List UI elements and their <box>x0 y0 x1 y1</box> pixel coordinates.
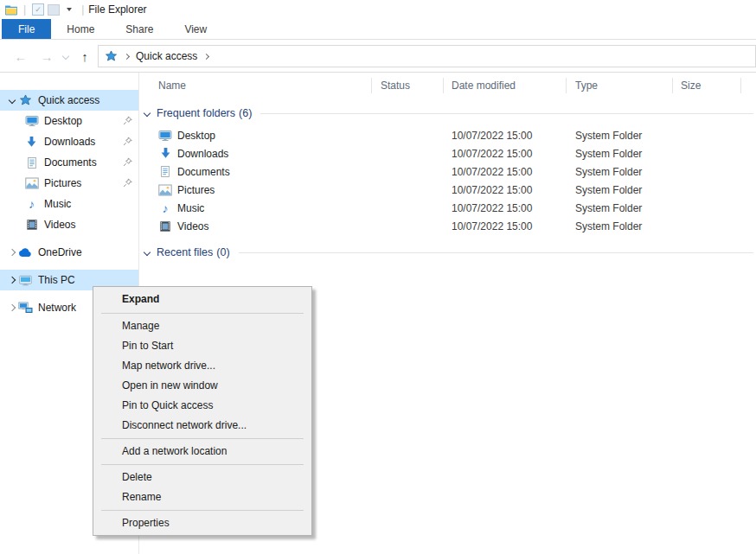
menu-item-manage[interactable]: Manage <box>93 316 311 336</box>
group-header-frequent-folders[interactable]: Frequent folders (6) <box>140 104 756 123</box>
sidebar-item-label: Videos <box>44 219 75 231</box>
network-pc-icon <box>18 301 33 315</box>
chevron-down-icon <box>144 249 151 256</box>
chevron-right-icon[interactable] <box>9 304 16 311</box>
group-label: Recent files <box>157 246 213 258</box>
quick-access-star-icon <box>105 50 118 63</box>
navigation-bar: ← → ↑ Quick access <box>0 40 756 73</box>
sidebar-item-downloads[interactable]: Downloads <box>0 131 138 152</box>
tab-share[interactable]: Share <box>110 19 169 39</box>
file-date-modified: 10/07/2022 15:00 <box>444 220 567 232</box>
qat-customize-button[interactable] <box>61 2 77 17</box>
sidebar-item-videos[interactable]: Videos <box>0 214 138 235</box>
menu-item-rename[interactable]: Rename <box>93 487 311 507</box>
sidebar-item-onedrive[interactable]: OneDrive <box>0 242 138 263</box>
sidebar-item-pictures[interactable]: Pictures <box>0 173 138 194</box>
app-logo-icon[interactable] <box>3 2 19 17</box>
file-row-downloads[interactable]: Downloads 10/07/2022 15:00 System Folder <box>140 144 756 162</box>
file-type: System Folder <box>567 166 673 178</box>
file-row-music[interactable]: ♪Music 10/07/2022 15:00 System Folder <box>140 199 756 217</box>
desktop-monitor-icon <box>24 114 39 128</box>
qat-new-folder-button[interactable] <box>46 2 61 17</box>
group-label: Frequent folders <box>157 107 235 119</box>
titlebar: | ✓ | File Explorer <box>0 0 756 19</box>
context-menu: Expand Manage Pin to Start Map network d… <box>93 286 312 536</box>
recent-locations-dropdown[interactable] <box>59 40 73 73</box>
file-row-videos[interactable]: Videos 10/07/2022 15:00 System Folder <box>140 217 756 235</box>
breadcrumb-segment[interactable]: Quick access <box>136 50 197 62</box>
forward-button[interactable]: → <box>36 40 57 73</box>
pin-icon <box>123 116 132 128</box>
tab-file[interactable]: File <box>2 19 51 39</box>
menu-item-add-network-location[interactable]: Add a network location <box>93 442 311 462</box>
tab-view[interactable]: View <box>169 19 222 39</box>
file-type: System Folder <box>567 184 673 196</box>
file-name: Desktop <box>177 130 215 142</box>
menu-separator <box>101 464 304 465</box>
column-header-name[interactable]: Name <box>140 78 372 93</box>
sidebar-item-label: Documents <box>44 156 97 169</box>
menu-separator <box>101 438 304 439</box>
download-arrow-icon <box>158 147 172 161</box>
group-rule <box>239 252 753 253</box>
sidebar-item-label: Desktop <box>44 115 82 127</box>
back-arrow-icon: ← <box>15 49 28 64</box>
file-date-modified: 10/07/2022 15:00 <box>444 148 567 160</box>
tab-home[interactable]: Home <box>51 19 110 39</box>
sidebar-item-label: Quick access <box>38 94 99 106</box>
film-frame-icon <box>158 220 172 233</box>
sidebar-item-documents[interactable]: Documents <box>0 152 138 173</box>
file-name: Downloads <box>177 148 228 160</box>
desktop-monitor-icon <box>158 129 172 143</box>
sidebar-item-music[interactable]: ♪ Music <box>0 194 138 214</box>
music-note-icon: ♪ <box>24 197 39 211</box>
chevron-right-icon[interactable] <box>9 277 16 283</box>
column-header-type[interactable]: Type <box>567 78 673 93</box>
group-rule <box>260 113 753 114</box>
menu-item-map-network-drive[interactable]: Map network drive... <box>93 356 311 376</box>
up-arrow-icon: ↑ <box>81 49 88 64</box>
document-page-icon <box>24 156 39 169</box>
menu-item-delete[interactable]: Delete <box>93 468 311 487</box>
file-type: System Folder <box>567 130 673 142</box>
titlebar-separator: | <box>81 3 84 16</box>
sidebar-item-desktop[interactable]: Desktop <box>0 111 138 131</box>
menu-separator <box>101 313 304 314</box>
forward-arrow-icon: → <box>41 49 54 64</box>
qat-properties-button[interactable]: ✓ <box>30 2 46 17</box>
back-button[interactable]: ← <box>10 40 31 73</box>
sidebar-item-label: Network <box>38 302 76 314</box>
up-button[interactable]: ↑ <box>74 40 95 73</box>
file-row-documents[interactable]: Documents 10/07/2022 15:00 System Folder <box>140 162 756 181</box>
chevron-right-icon[interactable] <box>9 249 16 256</box>
sidebar-item-label: OneDrive <box>38 246 82 258</box>
column-header-status[interactable]: Status <box>372 78 444 93</box>
menu-item-expand[interactable]: Expand <box>93 289 311 310</box>
sidebar-item-quick-access[interactable]: Quick access <box>0 90 138 111</box>
menu-item-open-in-new-window[interactable]: Open in new window <box>93 376 311 396</box>
pin-icon <box>123 157 132 169</box>
breadcrumb-chevron-icon <box>124 53 130 59</box>
quick-access-star-icon <box>18 93 33 107</box>
breadcrumb-chevron-icon[interactable] <box>203 53 209 59</box>
file-date-modified: 10/07/2022 15:00 <box>444 166 567 178</box>
file-row-pictures[interactable]: Pictures 10/07/2022 15:00 System Folder <box>140 181 756 199</box>
menu-item-disconnect-network-drive[interactable]: Disconnect network drive... <box>93 416 311 436</box>
menu-item-properties[interactable]: Properties <box>93 513 311 533</box>
pin-icon <box>123 137 132 149</box>
chevron-down-icon[interactable] <box>9 97 16 104</box>
sidebar-item-label: Music <box>44 198 71 210</box>
column-header-date-modified[interactable]: Date modified <box>444 78 567 93</box>
group-header-recent-files[interactable]: Recent files (0) <box>140 243 756 262</box>
sidebar-item-label: This PC <box>38 274 75 286</box>
titlebar-separator: | <box>23 3 26 16</box>
file-date-modified: 10/07/2022 15:00 <box>444 184 567 196</box>
frequent-folders-list: Desktop 10/07/2022 15:00 System Folder D… <box>140 126 756 235</box>
file-name: Videos <box>177 220 208 232</box>
column-header-size[interactable]: Size <box>673 78 741 93</box>
menu-item-pin-to-start[interactable]: Pin to Start <box>93 336 311 356</box>
address-bar[interactable]: Quick access <box>98 45 756 67</box>
file-row-desktop[interactable]: Desktop 10/07/2022 15:00 System Folder <box>140 126 756 144</box>
film-frame-icon <box>24 218 39 232</box>
menu-item-pin-to-quick-access[interactable]: Pin to Quick access <box>93 396 311 416</box>
